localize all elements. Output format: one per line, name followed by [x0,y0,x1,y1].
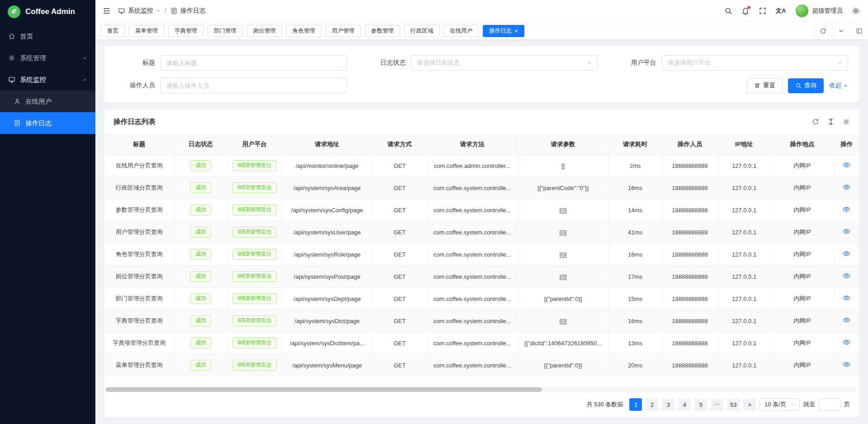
platform-badge: WEB管理后台 [232,360,276,371]
view-detail-eye-icon[interactable] [843,250,850,257]
cell-location: 内网IP [770,177,834,199]
collapse-filters-link[interactable]: 收起 [829,81,848,90]
reset-button[interactable]: 重置 [747,78,783,93]
pagination-ellipsis[interactable]: ••• [711,398,723,411]
page-button-3[interactable]: 3 [662,398,675,411]
page-button-5[interactable]: 5 [694,398,707,411]
cell-params: [{"parentId":0}] [518,354,609,376]
tab-list: 首页菜单管理字典管理部门管理岗位管理角色管理用户管理参数管理行政区域在线用户操作… [101,25,814,37]
sidebar-item-operation-log[interactable]: 操作日志 [0,112,95,134]
view-detail-eye-icon[interactable] [843,361,850,368]
page-button-1[interactable]: 1 [629,398,642,411]
status-badge: 成功 [190,293,211,304]
refresh-tabs-icon[interactable] [814,22,832,39]
brand[interactable]: Coffee Admin [0,0,95,24]
view-detail-eye-icon[interactable] [843,338,850,346]
cell-params: [{}] [518,310,609,332]
page-size-select[interactable]: 10 条/页 [760,398,800,411]
column-settings-gear-icon[interactable] [843,118,850,125]
user-menu[interactable]: 超级管理员 [795,4,843,18]
tab-菜单管理[interactable]: 菜单管理 [129,25,164,37]
sidebar-item-home[interactable]: 首页 [0,25,95,47]
cell-location: 内网IP [770,310,834,332]
sidebar-item-online-users[interactable]: 在线用户 [0,91,95,112]
cell-status: 成功 [174,199,227,221]
cell-handler: com.coffee.system.controlle... [427,266,518,288]
user-platform-select[interactable]: 请选择用户平台 [662,55,848,71]
search-button-label: 查询 [804,81,816,90]
cell-status: 成功 [174,266,227,288]
view-detail-eye-icon[interactable] [843,228,850,235]
row-height-icon[interactable] [827,118,835,125]
cell-handler: com.coffee.system.controlle... [427,310,518,332]
refresh-table-icon[interactable] [812,118,819,125]
view-detail-eye-icon[interactable] [843,294,850,302]
cell-title: 参数管理分页查询 [104,199,174,221]
cell-duration: 14ms [609,199,662,221]
fullscreen-icon[interactable] [759,7,767,15]
cell-method: GET [373,221,427,243]
card-title: 操作日志列表 [113,117,156,127]
column-header: 请求耗时 [609,134,662,155]
chevron-up-icon [82,77,87,82]
breadcrumb-section[interactable]: 系统监控 [128,7,153,15]
table-row: 字典管理分页查询成功WEB管理后台/api/system/sysDict/pag… [104,310,859,332]
horizontal-scrollbar[interactable] [106,387,858,392]
platform-badge: WEB管理后台 [232,227,276,238]
tab-参数管理[interactable]: 参数管理 [365,25,400,37]
cell-ip: 127.0.0.1 [718,288,770,310]
chevron-down-icon [587,61,592,66]
view-detail-eye-icon[interactable] [843,161,850,169]
tab-行政区域[interactable]: 行政区域 [404,25,439,37]
tab-在线用户[interactable]: 在线用户 [443,25,479,37]
tab-首页[interactable]: 首页 [101,25,125,37]
tab-部门管理[interactable]: 部门管理 [208,25,243,37]
app-root: Coffee Admin 首页 系统管理 [0,0,868,424]
page-button-2[interactable]: 2 [646,398,658,411]
sidebar: Coffee Admin 首页 系统管理 [0,0,95,424]
page-button-53[interactable]: 53 [727,398,740,411]
tab-操作日志[interactable]: 操作日志× [483,25,524,37]
view-detail-eye-icon[interactable] [843,272,850,280]
scrollbar-thumb[interactable] [106,387,542,392]
cell-url: /api/monitor/online/page [282,155,373,177]
title-filter-label: 标题 [115,59,155,67]
view-detail-eye-icon[interactable] [843,205,850,213]
tab-close-icon[interactable]: × [514,28,518,34]
user-platform-filter-label: 用户平台 [617,59,656,67]
view-detail-eye-icon[interactable] [843,316,850,324]
translate-icon[interactable]: 文A [776,7,786,15]
next-page-button[interactable]: > [743,398,756,411]
tab-用户管理[interactable]: 用户管理 [326,25,361,37]
sidebar-item-system-management[interactable]: 系统管理 [0,47,95,69]
breadcrumb-separator: / [165,7,166,14]
page-button-4[interactable]: 4 [678,398,691,411]
cell-operator: 18888888888 [662,177,718,199]
collapse-sidebar-icon[interactable] [103,7,111,15]
tab-角色管理[interactable]: 角色管理 [286,25,321,37]
layout-panel-icon[interactable] [850,22,868,39]
column-header: 请求方法 [427,134,518,155]
cell-platform: WEB管理后台 [227,199,282,221]
tab-岗位管理[interactable]: 岗位管理 [247,25,282,37]
operator-filter-input[interactable] [160,78,347,93]
sidebar-item-label: 操作日志 [25,119,52,128]
cell-method: GET [373,332,427,354]
jump-page-input[interactable] [819,398,840,411]
sidebar-item-system-monitoring[interactable]: 系统监控 [0,69,95,91]
tabs-menu-chevron-icon[interactable] [832,22,850,39]
title-filter-input[interactable] [160,55,347,71]
search-button[interactable]: 查询 [788,78,824,93]
settings-icon[interactable] [852,7,860,15]
brand-name: Coffee Admin [25,7,75,16]
search-icon[interactable] [724,7,732,15]
cell-handler: com.coffee.system.controlle... [427,332,518,354]
notification-bell-icon[interactable] [741,7,750,15]
page-size-value: 10 条/页 [764,400,786,409]
view-detail-eye-icon[interactable] [843,183,850,191]
chevron-down-icon [82,56,87,61]
cell-location: 内网IP [770,288,834,310]
cell-location: 内网IP [770,199,834,221]
log-status-select[interactable]: 请选择日志状态 [411,55,597,71]
tab-字典管理[interactable]: 字典管理 [168,25,203,37]
